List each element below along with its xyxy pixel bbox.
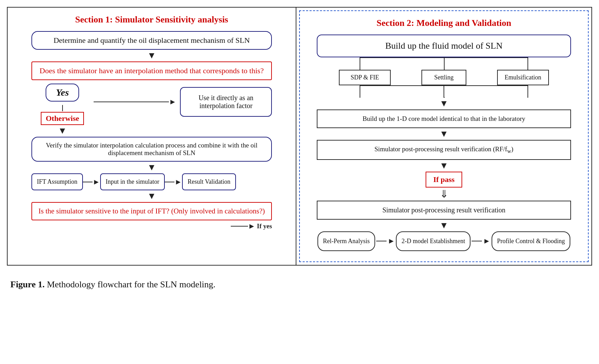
- sim-verify1-sub: w: [507, 145, 511, 153]
- arr-b2: ►: [483, 237, 491, 246]
- arr-yes: ►: [169, 97, 177, 106]
- arrow-r2: ▼: [439, 130, 448, 138]
- hline-b1: [376, 241, 387, 241]
- sim-verify1-text: Simulator post-processing result verific…: [374, 145, 507, 153]
- yes-otherwise-row: Yes Otherwise ▼ ► Use it directly as an …: [31, 84, 272, 137]
- sim-verify1-end: ): [511, 145, 513, 153]
- box-verify: Verify the simulator interpolation calcu…: [31, 137, 272, 162]
- ift-row: IFT Assumption ► Input in the simulator …: [31, 173, 272, 190]
- result-validation-box: Result Validation: [182, 173, 236, 190]
- conv-vline-left: [360, 85, 360, 98]
- figure-caption: Figure 1. Methodology flowchart for the …: [7, 279, 592, 290]
- box-sensitive: Is the simulator sensitive to the input …: [31, 202, 272, 220]
- fork-vline-center: [444, 57, 445, 70]
- if-yes-label: If yes: [257, 222, 272, 230]
- section2-title: Section 2: Modeling and Validation: [377, 18, 511, 28]
- input-simulator-box: Input in the simulator: [100, 173, 165, 190]
- hline-ifyes: [231, 226, 248, 227]
- conv-vline-right: [527, 85, 528, 98]
- arrow1: ▼: [147, 51, 156, 60]
- section1-title: Section 1: Simulator Sensitivity analysi…: [75, 15, 228, 25]
- arr-ift2: ►: [174, 178, 182, 186]
- build-core-box: Build up the 1-D core model identical to…: [317, 109, 571, 128]
- arrow3: ▼: [147, 192, 156, 201]
- arrow-r5: ▼: [439, 221, 448, 230]
- sim-verify2-box: Simulator post-processing result verific…: [317, 201, 571, 220]
- sim-verify1-box: Simulator post-processing result verific…: [317, 140, 571, 160]
- arrow-r1: ▼: [439, 99, 448, 108]
- left-inner: Determine and quantify the oil displacem…: [18, 31, 285, 231]
- build-fluid-box: Build up the fluid model of SLN: [317, 35, 571, 57]
- figure-caption-text: Methodology flowchart for the SLN modeli…: [45, 279, 216, 289]
- settling-box: Settling: [421, 70, 466, 85]
- arrow-right-yes: ► Use it directly as an interpolation fa…: [94, 87, 272, 117]
- profile-control-box: Profile Control & Flooding: [492, 231, 571, 251]
- conv-center-v: [444, 85, 444, 98]
- otherwise-label: Otherwise: [41, 112, 84, 125]
- sim-verify1-sub-text: w: [507, 148, 511, 154]
- hline-b2: [472, 241, 482, 241]
- use-directly-box: Use it directly as an interpolation fact…: [180, 87, 272, 117]
- arrow-r4: ⇓: [440, 189, 448, 199]
- box-question: Does the simulator have an interpolation…: [31, 61, 272, 80]
- if-pass-box: If pass: [426, 172, 462, 188]
- section-right: Section 2: Modeling and Validation Build…: [299, 10, 589, 262]
- ift-assumption-box: IFT Assumption: [31, 173, 83, 190]
- flowchart-area: Section 1: Simulator Sensitivity analysi…: [7, 7, 592, 266]
- rel-perm-box: Rel-Perm Analysis: [317, 231, 375, 251]
- if-yes-row: ► If yes: [31, 222, 272, 231]
- vline-yes-otherwise: [62, 105, 63, 111]
- hline-ift1: [83, 182, 93, 182]
- box-determine: Determine and quantify the oil displacem…: [31, 31, 272, 50]
- model-2d-box: 2-D model Establishment: [396, 231, 470, 251]
- yes-col: Yes Otherwise ▼: [31, 84, 94, 137]
- main-container: Section 1: Simulator Sensitivity analysi…: [7, 7, 592, 290]
- arrow2: ▼: [147, 163, 156, 172]
- fork-connector: [324, 57, 564, 70]
- hline-yes: [94, 102, 169, 102]
- arr-ifyes: ►: [248, 222, 256, 231]
- arrow-r3: ▼: [439, 161, 448, 170]
- hline-ift2: [165, 182, 174, 182]
- arr-ift1: ►: [93, 178, 100, 186]
- section-left: Section 1: Simulator Sensitivity analysi…: [8, 8, 296, 265]
- bottom-3-row: Rel-Perm Analysis ► 2-D model Establishm…: [317, 231, 571, 251]
- yes-label: Yes: [46, 84, 79, 102]
- converge-connector: [324, 85, 564, 98]
- sdp-fie-box: SDP & FIE: [339, 70, 391, 85]
- figure-caption-bold: Figure 1.: [10, 279, 45, 289]
- right-inner: Build up the fluid model of SLN SDP & FI…: [310, 35, 578, 251]
- fork-vline-left: [360, 57, 360, 70]
- arrow-otherwise: ▼: [58, 126, 67, 135]
- arr-b1: ►: [388, 237, 395, 246]
- emulsification-box: Emulsification: [497, 70, 549, 85]
- three-boxes-row: SDP & FIE Settling Emulsification: [324, 70, 564, 85]
- fork-vline-right: [527, 57, 528, 70]
